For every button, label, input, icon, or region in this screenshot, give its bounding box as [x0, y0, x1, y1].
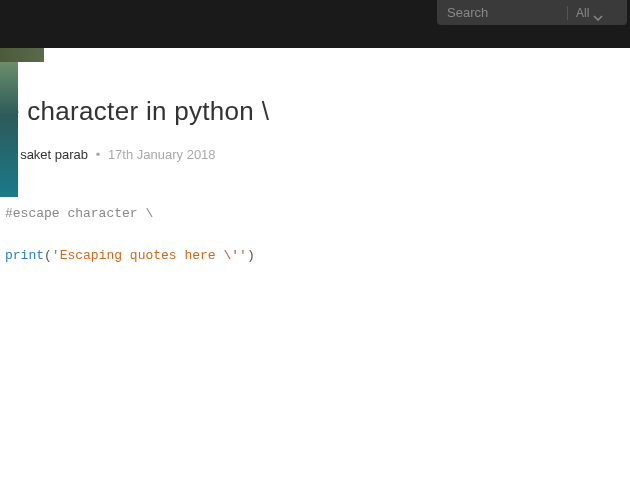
search-container: All [437, 0, 627, 25]
page-title: e character in python \ [5, 96, 630, 127]
code-comment: #escape character \ [5, 206, 153, 221]
author-name[interactable]: saket parab [20, 147, 88, 162]
search-input[interactable] [437, 5, 567, 20]
byline: y saket parab • 17th January 2018 [5, 147, 630, 162]
main-content: e character in python \ y saket parab • … [0, 96, 630, 266]
avatar [0, 62, 18, 197]
code-escape-seq: \' [223, 248, 239, 263]
top-bar: All [0, 0, 630, 48]
byline-separator: • [96, 147, 101, 162]
search-filter-dropdown[interactable]: All [568, 6, 611, 20]
avatar-strip [0, 48, 44, 62]
code-keyword-print: print [5, 248, 44, 263]
code-paren-open: ( [44, 248, 52, 263]
chevron-down-icon [593, 10, 603, 16]
code-string-end: ' [239, 248, 247, 263]
search-filter-label: All [576, 6, 589, 20]
code-paren-close: ) [247, 248, 255, 263]
code-block: #escape character \ print('Escaping quot… [5, 204, 630, 266]
code-string-main: 'Escaping quotes here [52, 248, 224, 263]
post-date: 17th January 2018 [108, 147, 216, 162]
